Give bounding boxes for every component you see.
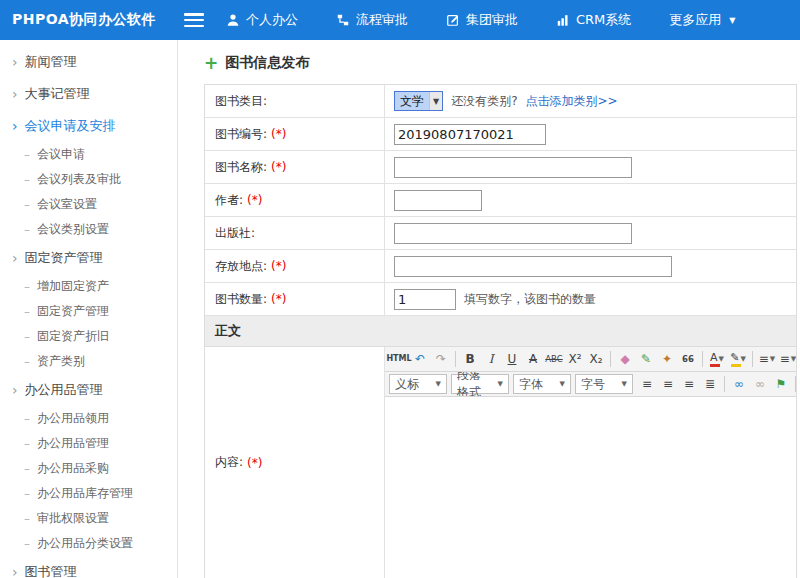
custom-title-select[interactable]: 自定义标题▼ (389, 374, 447, 394)
sidebar-section-label: 办公用品管理 (25, 381, 103, 399)
sidebar-section-news[interactable]: ›新闻管理 (0, 46, 177, 78)
eraser-button[interactable]: ◆ (615, 349, 635, 369)
html-source-button[interactable]: HTML (389, 349, 409, 369)
field-value (385, 250, 796, 282)
editor-content[interactable] (385, 397, 796, 578)
sidebar-item-label: 办公用品采购 (37, 460, 109, 477)
publisher-input[interactable] (394, 223, 632, 244)
sidebar-item[interactable]: –办公用品管理 (0, 431, 177, 456)
sidebar-item[interactable]: –会议类别设置 (0, 217, 177, 242)
nav-more-apps[interactable]: 更多应用▼ (669, 11, 735, 29)
bold-button[interactable]: B (460, 349, 480, 369)
sidebar-section-fixed-assets[interactable]: ›固定资产管理 (0, 242, 177, 274)
sidebar-item[interactable]: –会议室设置 (0, 192, 177, 217)
sidebar: ›新闻管理›大事记管理›会议申请及安排–会议申请–会议列表及审批–会议室设置–会… (0, 40, 178, 578)
format-painter-button[interactable]: ✎ (636, 349, 656, 369)
redo-button[interactable]: ↷ (431, 349, 451, 369)
nav-crm-system[interactable]: CRM系统 (556, 11, 631, 29)
app-logo: PHPOA协同办公软件 (0, 11, 178, 29)
book-name-input[interactable] (394, 157, 632, 178)
page-title: + 图书信息发布 (204, 54, 797, 72)
caret-down-icon: ▼ (622, 380, 627, 388)
ordered-list-button[interactable]: ≡▼ (757, 349, 777, 369)
add-category-link[interactable]: 点击添加类别>> (526, 93, 618, 110)
caret-down-icon: ▼ (791, 355, 796, 363)
flow-icon (336, 13, 350, 27)
nav-label: 个人办公 (246, 11, 298, 29)
align-justify-button[interactable]: ≣ (700, 374, 720, 394)
nav-group-approval[interactable]: 集团审批 (446, 11, 518, 29)
toolbar-separator (795, 376, 796, 392)
sidebar-section-meeting[interactable]: ›会议申请及安排 (0, 110, 177, 142)
sidebar-item[interactable]: –增加固定资产 (0, 274, 177, 299)
background-color-button[interactable]: ✎▼ (728, 349, 748, 369)
align-left-button[interactable]: ≡ (637, 374, 657, 394)
book-number-input[interactable] (394, 124, 546, 145)
sidebar-item[interactable]: –办公用品采购 (0, 456, 177, 481)
quantity-input[interactable] (394, 289, 456, 310)
unlink-button[interactable]: ∞ (750, 374, 770, 394)
caret-down-icon: ▼ (436, 380, 441, 388)
paragraph-format-select[interactable]: 段落格式▼ (451, 374, 509, 394)
sidebar-section-office-supplies[interactable]: ›办公用品管理 (0, 374, 177, 406)
align-center-button[interactable]: ≡ (658, 374, 678, 394)
required-mark: (*) (271, 292, 286, 306)
nav-process-approval[interactable]: 流程审批 (336, 11, 408, 29)
anchor-button[interactable]: ⚑ (771, 374, 791, 394)
author-input[interactable] (394, 190, 482, 211)
sidebar-item-label: 固定资产管理 (37, 303, 109, 320)
menu-toggle-icon[interactable] (184, 13, 204, 27)
content-label-text: 内容: (215, 454, 243, 471)
remove-format-button[interactable]: ABC (544, 349, 564, 369)
location-input[interactable] (394, 256, 672, 277)
selected-option: 文学 (395, 92, 429, 110)
dash-icon: – (24, 512, 30, 526)
page-title-text: 图书信息发布 (225, 54, 309, 72)
toolbar-separator (752, 351, 753, 367)
font-size-select[interactable]: 字号▼ (575, 374, 633, 394)
toolbar-separator (724, 376, 725, 392)
sidebar-item[interactable]: –审批权限设置 (0, 506, 177, 531)
field-value: 填写数字，该图书的数量 (385, 283, 796, 315)
sidebar-item[interactable]: –办公用品领用 (0, 406, 177, 431)
sidebar-item[interactable]: –办公用品分类设置 (0, 531, 177, 556)
dash-icon: – (24, 537, 30, 551)
font-family-select[interactable]: 字体▼ (513, 374, 571, 394)
category-select[interactable]: 文学▼ (394, 91, 443, 111)
sidebar-item[interactable]: –会议申请 (0, 142, 177, 167)
clean-button[interactable]: ✦ (657, 349, 677, 369)
strikethrough-button[interactable]: A (523, 349, 543, 369)
field-value (385, 118, 796, 150)
subscript-button[interactable]: X₂ (586, 349, 606, 369)
sidebar-item-label: 办公用品分类设置 (37, 535, 133, 552)
sidebar-item[interactable]: –办公用品库存管理 (0, 481, 177, 506)
underline-button[interactable]: U (502, 349, 522, 369)
dash-icon: – (24, 355, 30, 369)
superscript-button[interactable]: X² (565, 349, 585, 369)
dash-icon: – (24, 223, 30, 237)
form-table: 图书类目:文学▼还没有类别?点击添加类别>>图书编号:(*)图书名称:(*)作者… (205, 85, 796, 316)
chevron-right-icon: › (12, 119, 18, 133)
field-value (385, 151, 796, 183)
font-color-button[interactable]: A▼ (707, 349, 727, 369)
sidebar-item[interactable]: –固定资产管理 (0, 299, 177, 324)
field-label: 存放地点:(*) (205, 250, 385, 282)
dash-icon: – (24, 280, 30, 294)
sidebar-section-events[interactable]: ›大事记管理 (0, 78, 177, 110)
dash-icon: – (24, 412, 30, 426)
italic-button[interactable]: I (481, 349, 501, 369)
undo-button[interactable]: ↶ (410, 349, 430, 369)
required-mark: (*) (247, 193, 262, 207)
chevron-right-icon: › (12, 251, 18, 265)
sidebar-section-books[interactable]: ›图书管理 (0, 556, 177, 578)
align-right-button[interactable]: ≡ (679, 374, 699, 394)
unordered-list-button[interactable]: ≡▼ (778, 349, 796, 369)
blockquote-button[interactable]: 66 (678, 349, 698, 369)
sidebar-item[interactable]: –固定资产折旧 (0, 324, 177, 349)
page-layout: ›新闻管理›大事记管理›会议申请及安排–会议申请–会议列表及审批–会议室设置–会… (0, 40, 800, 578)
sidebar-item[interactable]: –资产类别 (0, 349, 177, 374)
link-button[interactable]: ∞ (729, 374, 749, 394)
sidebar-item[interactable]: –会议列表及审批 (0, 167, 177, 192)
nav-personal-office[interactable]: 个人办公 (226, 11, 298, 29)
body-section-header: 正文 (205, 316, 796, 347)
